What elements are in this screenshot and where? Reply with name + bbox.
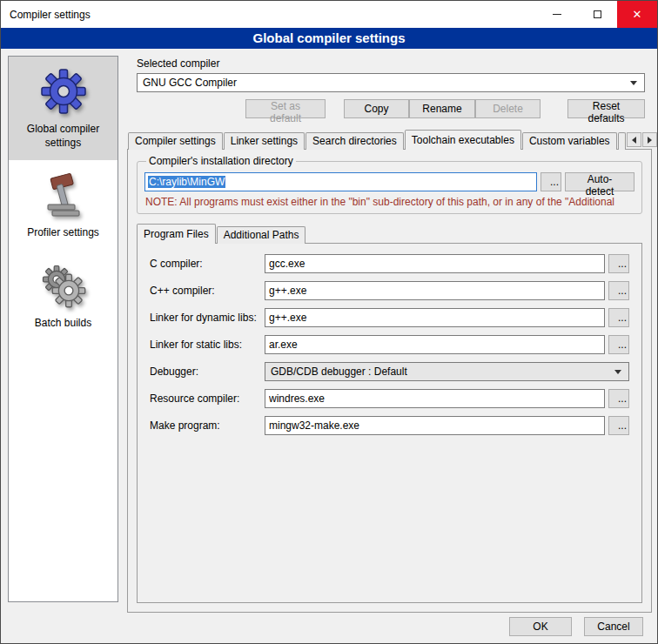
debugger-value: GDB/CDB debugger : Default — [271, 366, 609, 378]
copy-button[interactable]: Copy — [344, 99, 409, 118]
installation-directory-row: C:\raylib\MinGW ... Auto-detect — [144, 172, 634, 191]
field-label: Linker for static libs: — [150, 339, 265, 351]
selected-compiler-dropdown[interactable]: GNU GCC Compiler — [137, 73, 645, 92]
browse-button[interactable]: ... — [608, 416, 629, 435]
subtab-program-files[interactable]: Program Files — [137, 224, 216, 244]
dialog-header: Global compiler settings — [1, 28, 657, 49]
installation-directory-value: C:\raylib\MinGW — [148, 176, 225, 188]
cpp-compiler-input[interactable] — [265, 281, 605, 300]
field-label: Resource compiler: — [150, 392, 265, 405]
dynamic-linker-input[interactable] — [265, 308, 605, 327]
sidebar-list: Global compiler settings Profiler settin… — [8, 56, 118, 602]
compiler-actions: Set as default Copy Rename Delete Reset … — [137, 99, 645, 118]
maximize-button[interactable] — [577, 1, 617, 28]
tab-scroll-right-button[interactable] — [642, 132, 657, 147]
tab-scroll-left-icon — [632, 137, 636, 144]
tab-compiler-settings[interactable]: Compiler settings — [128, 132, 223, 150]
debugger-dropdown[interactable]: GDB/CDB debugger : Default — [265, 362, 629, 381]
set-as-default-button[interactable]: Set as default — [245, 99, 326, 118]
tab-scroll-right-icon — [648, 137, 652, 144]
sidebar-item-profiler-settings[interactable]: Profiler settings — [9, 160, 118, 251]
field-row-static-linker: Linker for static libs: ... — [150, 335, 629, 354]
field-row-dynamic-linker: Linker for dynamic libs: ... — [150, 308, 629, 327]
field-row-c-compiler: C compiler: ... — [150, 254, 629, 273]
gray-gears-icon — [40, 262, 87, 312]
toolchain-panel: Compiler's installation directory C:\ray… — [127, 149, 652, 613]
main-content: Selected compiler GNU GCC Compiler Set a… — [127, 55, 652, 613]
tab-search-directories[interactable]: Search directories — [306, 132, 404, 150]
browse-button[interactable]: ... — [608, 335, 629, 354]
sidebar-item-batch-builds[interactable]: Batch builds — [9, 251, 118, 341]
autodetect-button[interactable]: Auto-detect — [565, 172, 634, 191]
minimize-button[interactable] — [537, 1, 577, 28]
field-row-cpp-compiler: C++ compiler: ... — [150, 281, 629, 300]
compiler-settings-dialog: Compiler settings ✕ Global compiler sett… — [0, 0, 658, 644]
delete-button[interactable]: Delete — [475, 99, 540, 118]
tab-scroll-left-button[interactable] — [627, 132, 641, 147]
tab-linker-settings[interactable]: Linker settings — [224, 132, 305, 150]
ok-button[interactable]: OK — [509, 617, 572, 636]
browse-button[interactable]: ... — [608, 281, 629, 300]
sidebar-item-label: Global compiler settings — [12, 123, 114, 150]
browse-button[interactable]: ... — [608, 389, 629, 408]
field-label: Debugger: — [150, 366, 265, 378]
bin-subdirectory-note: NOTE: All programs must exist either in … — [145, 196, 634, 208]
selected-compiler-label: Selected compiler — [137, 57, 645, 70]
maximize-icon — [594, 10, 601, 18]
tab-build-options[interactable]: Buil — [618, 132, 626, 150]
chevron-down-icon — [614, 370, 621, 374]
sidebar-item-global-compiler-settings[interactable]: Global compiler settings — [9, 57, 118, 160]
titlebar[interactable]: Compiler settings ✕ — [1, 1, 657, 28]
installation-directory-input[interactable]: C:\raylib\MinGW — [144, 172, 537, 191]
close-button[interactable]: ✕ — [617, 1, 657, 28]
chevron-down-icon — [630, 81, 637, 85]
field-label: C++ compiler: — [150, 285, 265, 297]
sidebar-item-label: Batch builds — [35, 317, 91, 331]
c-compiler-input[interactable] — [265, 254, 605, 273]
field-label: Linker for dynamic libs: — [150, 312, 265, 324]
close-icon: ✕ — [633, 8, 642, 21]
program-files-panel: C compiler: ... C++ compiler: ... Linker… — [137, 243, 642, 603]
settings-tabstrip: Compiler settings Linker settings Search… — [128, 130, 652, 150]
window-title: Compiler settings — [1, 9, 91, 21]
blue-gear-icon — [40, 68, 87, 117]
minimize-icon — [553, 14, 561, 15]
field-label: Make program: — [150, 419, 265, 432]
programs-subtabstrip: Program Files Additional Paths — [137, 225, 642, 244]
field-row-debugger: Debugger: GDB/CDB debugger : Default — [150, 362, 629, 381]
cancel-button[interactable]: Cancel — [584, 617, 643, 636]
browse-button[interactable]: ... — [608, 308, 629, 327]
selected-compiler-value: GNU GCC Compiler — [143, 77, 625, 89]
browse-directory-button[interactable]: ... — [540, 172, 561, 191]
field-label: C compiler: — [150, 258, 265, 270]
tab-toolchain-executables[interactable]: Toolchain executables — [405, 130, 521, 150]
tab-custom-variables[interactable]: Custom variables — [522, 132, 617, 150]
make-program-input[interactable] — [265, 416, 605, 435]
rename-button[interactable]: Rename — [409, 99, 475, 118]
hammer-icon — [40, 171, 87, 221]
sidebar-item-label: Profiler settings — [27, 226, 99, 240]
field-row-resource-compiler: Resource compiler: ... — [150, 389, 629, 408]
field-row-make-program: Make program: ... — [150, 416, 629, 435]
resource-compiler-input[interactable] — [265, 389, 605, 408]
installation-directory-group-title: Compiler's installation directory — [146, 155, 296, 167]
window-controls: ✕ — [537, 1, 657, 28]
tab-scroll-buttons — [627, 132, 657, 147]
reset-defaults-button[interactable]: Reset defaults — [567, 99, 645, 118]
subtab-additional-paths[interactable]: Additional Paths — [217, 226, 306, 244]
browse-button[interactable]: ... — [608, 254, 629, 273]
static-linker-input[interactable] — [265, 335, 605, 354]
dialog-footer: OK Cancel — [509, 617, 643, 636]
installation-directory-group: Compiler's installation directory C:\ray… — [137, 155, 642, 214]
